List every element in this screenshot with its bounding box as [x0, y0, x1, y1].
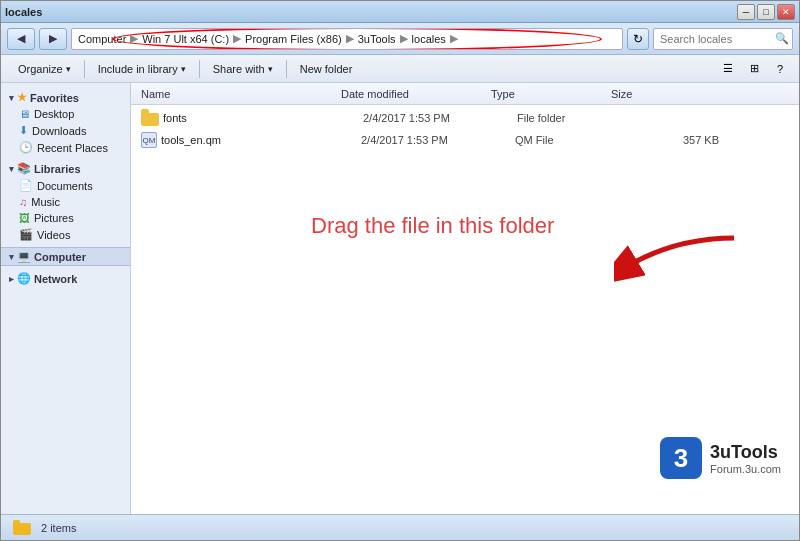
libraries-icon: 📚	[17, 162, 31, 175]
libraries-section: ▾ 📚 Libraries 📄 Documents ♫ Music 🖼 Pict…	[1, 160, 130, 243]
network-header[interactable]: ▸ 🌐 Network	[1, 270, 130, 287]
column-headers: Name Date modified Type Size	[131, 83, 799, 105]
toolbar-sep-3	[286, 60, 287, 78]
bc-3utools[interactable]: 3uTools	[358, 33, 396, 45]
sidebar-item-videos[interactable]: 🎬 Videos	[1, 226, 130, 243]
brand-text: 3uTools Forum.3u.com	[710, 442, 781, 475]
favorites-label: Favorites	[30, 92, 79, 104]
network-arrow: ▸	[9, 274, 14, 284]
breadcrumb: Computer ▶ Win 7 Ult x64 (C:) ▶ Program …	[78, 32, 460, 45]
organize-chevron: ▾	[66, 64, 71, 74]
file-list-area: Name Date modified Type Size fonts 2/4/2…	[131, 83, 799, 514]
network-icon: 🌐	[17, 272, 31, 285]
search-wrapper: 🔍	[653, 28, 793, 50]
refresh-button[interactable]: ↻	[627, 28, 649, 50]
brand-name: 3uTools	[710, 442, 781, 463]
recent-label: Recent Places	[37, 142, 108, 154]
minimize-button[interactable]: ─	[737, 4, 755, 20]
computer-icon: 💻	[17, 250, 31, 263]
col-type-header[interactable]: Type	[491, 88, 611, 100]
qm-icon: QM	[141, 132, 157, 148]
organize-button[interactable]: Organize ▾	[9, 58, 80, 80]
computer-section: ▾ 💻 Computer	[1, 247, 130, 266]
sidebar: ▾ ★ Favorites 🖥 Desktop ⬇ Downloads 🕒 Re…	[1, 83, 131, 514]
window-title: locales	[5, 6, 42, 18]
col-name-header[interactable]: Name	[141, 88, 341, 100]
libraries-arrow: ▾	[9, 164, 14, 174]
main-content: ▾ ★ Favorites 🖥 Desktop ⬇ Downloads 🕒 Re…	[1, 83, 799, 514]
file-name: fonts	[163, 112, 359, 124]
toolbar-right: ☰ ⊞ ?	[717, 59, 791, 79]
music-icon: ♫	[19, 196, 27, 208]
forward-button[interactable]: ▶	[39, 28, 67, 50]
back-button[interactable]: ◀	[7, 28, 35, 50]
close-button[interactable]: ✕	[777, 4, 795, 20]
table-row[interactable]: fonts 2/4/2017 1:53 PM File folder	[141, 107, 789, 129]
bc-computer[interactable]: Computer	[78, 33, 126, 45]
libraries-label: Libraries	[34, 163, 80, 175]
docs-icon: 📄	[19, 179, 33, 192]
computer-arrow: ▾	[9, 252, 14, 262]
computer-header[interactable]: ▾ 💻 Computer	[1, 248, 130, 265]
branding: 3 3uTools Forum.3u.com	[660, 437, 781, 479]
documents-label: Documents	[37, 180, 93, 192]
share-with-button[interactable]: Share with ▾	[204, 58, 282, 80]
sidebar-item-music[interactable]: ♫ Music	[1, 194, 130, 210]
sidebar-item-pictures[interactable]: 🖼 Pictures	[1, 210, 130, 226]
title-bar: locales ─ □ ✕	[1, 1, 799, 23]
file-size: 357 KB	[639, 134, 719, 146]
status-folder-icon	[13, 521, 31, 535]
network-section: ▸ 🌐 Network	[1, 270, 130, 287]
status-bar: 2 items	[1, 514, 799, 540]
help-button[interactable]: ?	[769, 59, 791, 79]
sidebar-item-desktop[interactable]: 🖥 Desktop	[1, 106, 130, 122]
brand-logo-icon: 3	[660, 437, 702, 479]
item-count: 2 items	[41, 522, 76, 534]
bc-drive[interactable]: Win 7 Ult x64 (C:)	[142, 33, 229, 45]
toolbar: Organize ▾ Include in library ▾ Share wi…	[1, 55, 799, 83]
toolbar-sep-1	[84, 60, 85, 78]
address-bar: ◀ ▶ Computer ▶ Win 7 Ult x64 (C:) ▶ Prog…	[1, 23, 799, 55]
explorer-window: locales ─ □ ✕ ◀ ▶ Computer ▶ Win 7 Ult x…	[0, 0, 800, 541]
folder-icon	[141, 110, 159, 126]
include-chevron: ▾	[181, 64, 186, 74]
videos-icon: 🎬	[19, 228, 33, 241]
file-date: 2/4/2017 1:53 PM	[361, 134, 511, 146]
file-date: 2/4/2017 1:53 PM	[363, 112, 513, 124]
libraries-header[interactable]: ▾ 📚 Libraries	[1, 160, 130, 177]
bc-locales[interactable]: locales	[412, 33, 446, 45]
brand-url: Forum.3u.com	[710, 463, 781, 475]
breadcrumb-bar[interactable]: Computer ▶ Win 7 Ult x64 (C:) ▶ Program …	[71, 28, 623, 50]
maximize-button[interactable]: □	[757, 4, 775, 20]
col-date-header[interactable]: Date modified	[341, 88, 491, 100]
file-type: File folder	[517, 112, 637, 124]
sidebar-item-documents[interactable]: 📄 Documents	[1, 177, 130, 194]
recent-icon: 🕒	[19, 141, 33, 154]
share-chevron: ▾	[268, 64, 273, 74]
file-name: tools_en.qm	[161, 134, 357, 146]
computer-label: Computer	[34, 251, 86, 263]
include-library-button[interactable]: Include in library ▾	[89, 58, 195, 80]
col-size-header[interactable]: Size	[611, 88, 691, 100]
downloads-icon: ⬇	[19, 124, 28, 137]
file-type: QM File	[515, 134, 635, 146]
table-row[interactable]: QM tools_en.qm 2/4/2017 1:53 PM QM File …	[141, 129, 789, 151]
music-label: Music	[31, 196, 60, 208]
desktop-icon: 🖥	[19, 108, 30, 120]
downloads-label: Downloads	[32, 125, 86, 137]
new-folder-button[interactable]: New folder	[291, 58, 362, 80]
bc-progfiles[interactable]: Program Files (x86)	[245, 33, 342, 45]
pictures-icon: 🖼	[19, 212, 30, 224]
search-input[interactable]	[653, 28, 793, 50]
favorites-icon: ★	[17, 91, 27, 104]
window-controls: ─ □ ✕	[737, 4, 795, 20]
sidebar-item-recent[interactable]: 🕒 Recent Places	[1, 139, 130, 156]
favorites-arrow: ▾	[9, 93, 14, 103]
view-icons-button[interactable]: ⊞	[743, 59, 765, 79]
sidebar-item-downloads[interactable]: ⬇ Downloads	[1, 122, 130, 139]
videos-label: Videos	[37, 229, 70, 241]
view-details-button[interactable]: ☰	[717, 59, 739, 79]
favorites-section: ▾ ★ Favorites 🖥 Desktop ⬇ Downloads 🕒 Re…	[1, 89, 130, 156]
favorites-header[interactable]: ▾ ★ Favorites	[1, 89, 130, 106]
desktop-label: Desktop	[34, 108, 74, 120]
